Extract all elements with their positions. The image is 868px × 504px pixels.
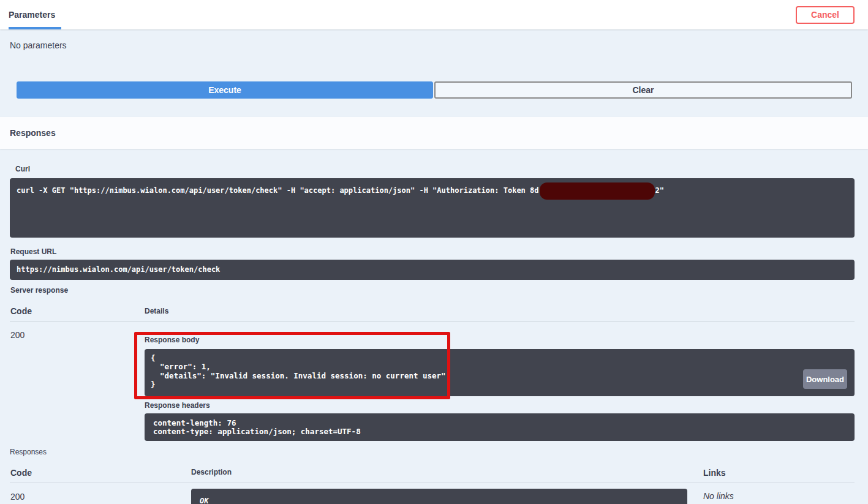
response-status-code: 200 <box>10 322 145 441</box>
execute-row: Execute Clear <box>17 81 852 99</box>
server-response-table-header: Code Details <box>10 304 855 322</box>
active-tab-indicator <box>9 27 61 29</box>
responses-section-title: Responses <box>10 128 56 138</box>
curl-command-text: curl -X GET "https://nimbus.wialon.com/a… <box>17 186 539 195</box>
swagger-operation-panel: { "header": { "tab_label": "Parameters",… <box>0 0 868 504</box>
server-response-label: Server response <box>10 286 868 295</box>
documented-response-description-cell: OK <box>191 483 703 504</box>
documented-response-links: No links <box>703 483 855 504</box>
documented-responses-table-header: Code Description Links <box>10 468 855 483</box>
response-headers-label: Response headers <box>145 401 855 410</box>
documented-response-description: OK <box>191 489 687 504</box>
server-response-row: 200 Response body { "error": 1, "details… <box>10 322 855 441</box>
column-header-code: Code <box>10 468 191 483</box>
curl-label: Curl <box>15 165 868 174</box>
request-url-value: https://nimbus.wialon.com/api/user/token… <box>10 260 855 280</box>
column-header-links: Links <box>703 468 855 483</box>
request-url-label: Request URL <box>10 247 868 257</box>
execute-button[interactable]: Execute <box>17 81 433 99</box>
documented-responses-label: Responses <box>10 448 868 457</box>
column-header-code: Code <box>10 304 145 321</box>
tab-parameters[interactable]: Parameters <box>9 0 61 29</box>
column-header-details: Details <box>145 304 855 321</box>
documented-response-row: 200 OK No links <box>10 483 855 504</box>
response-body-json: { "error": 1, "details": "Invalid sessio… <box>145 349 855 396</box>
response-details-cell: Response body { "error": 1, "details": "… <box>145 322 855 441</box>
clear-button[interactable]: Clear <box>434 81 852 99</box>
download-button[interactable]: Download <box>803 369 847 389</box>
operation-tab-header: Parameters Cancel <box>0 0 868 29</box>
responses-section-header: Responses <box>0 117 868 149</box>
curl-command-panel: curl -X GET "https://nimbus.wialon.com/a… <box>10 178 855 238</box>
tab-parameters-label: Parameters <box>9 10 55 20</box>
documented-response-code: 200 <box>10 483 191 504</box>
no-parameters-text: No parameters <box>0 29 868 51</box>
cancel-button[interactable]: Cancel <box>796 6 855 24</box>
response-body-wrap: { "error": 1, "details": "Invalid sessio… <box>145 349 855 396</box>
response-headers-text: content-length: 76 content-type: applica… <box>145 413 855 441</box>
curl-command-suffix: 2" <box>655 186 664 195</box>
token-redaction-box <box>540 182 655 200</box>
column-header-description: Description <box>191 468 703 483</box>
response-body-label: Response body <box>145 336 855 345</box>
